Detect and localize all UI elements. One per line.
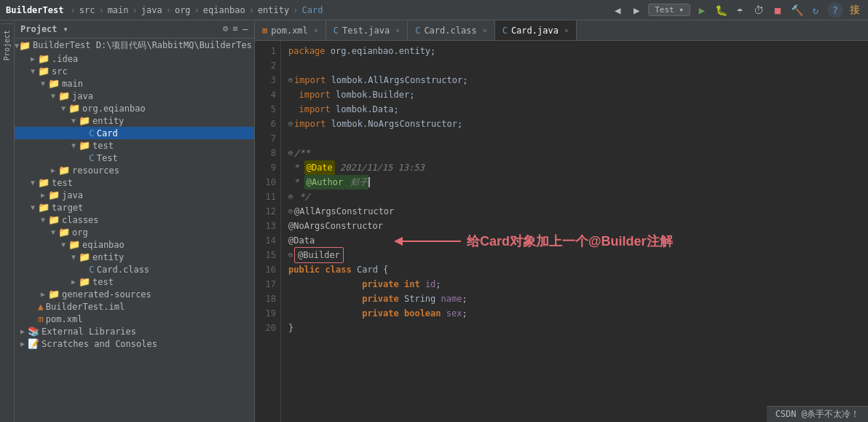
folder-icon-org: 📁: [68, 103, 80, 114]
tree-item-external-libs[interactable]: ▶ 📚 External Libraries: [15, 325, 254, 337]
bc-card[interactable]: Card: [301, 5, 323, 15]
tree-label-org: org.eqianbao: [82, 103, 146, 114]
tab-pom-close[interactable]: ✕: [314, 26, 318, 34]
sidebar-dropdown[interactable]: ▾: [63, 24, 68, 34]
tree-item-card[interactable]: C Card: [15, 127, 254, 139]
tab-cardclass[interactable]: C Card.class ✕: [408, 20, 495, 40]
tree-item-test-classes[interactable]: ▶ 📁 test: [15, 276, 254, 288]
bc-src[interactable]: src: [79, 5, 95, 15]
tree-item-java-main[interactable]: ▼ 📁 java: [15, 90, 254, 102]
sep1: ›: [70, 5, 75, 15]
tree-item-cardclass[interactable]: C Card.class: [15, 263, 254, 276]
comment-open: /**: [294, 146, 310, 160]
tree-item-test-java[interactable]: C Test: [15, 152, 254, 164]
tree-item-pom[interactable]: m pom.xml: [15, 313, 254, 325]
tree-item-entity[interactable]: ▼ 📁 entity: [15, 114, 254, 127]
arrow-entity-classes: ▼: [68, 253, 79, 261]
coverage-button[interactable]: ☂: [733, 3, 747, 17]
back-button[interactable]: ◀: [610, 3, 625, 17]
tree-item-generated[interactable]: ▶ 📁 generated-sources: [15, 288, 254, 300]
tree-item-entity-classes[interactable]: ▼ 📁 entity: [15, 251, 254, 263]
import-allargs: lombok.AllArgsConstructor: [331, 73, 463, 87]
tree-item-org-classes[interactable]: ▼ 📁 org: [15, 226, 254, 238]
folder-icon-java-main: 📁: [58, 90, 70, 101]
code-line-2: [288, 58, 868, 73]
tree-label-entity: entity: [92, 116, 124, 126]
folder-icon-generated: 📁: [48, 289, 60, 300]
bc-org[interactable]: org: [175, 5, 191, 15]
tab-pom[interactable]: m pom.xml ✕: [255, 20, 326, 40]
tree-item-main[interactable]: ▼ 📁 main: [15, 77, 254, 90]
project-tab[interactable]: Project: [1, 23, 12, 66]
code-line-20: }: [288, 321, 868, 335]
sidebar-close-icon[interactable]: −: [242, 23, 248, 35]
import-builder: lombok.Builder: [336, 87, 409, 102]
tree-item-classes[interactable]: ▼ 📁 classes: [15, 214, 254, 226]
import-noargs: lombok.NoArgsConstructor: [331, 117, 457, 131]
kw-boolean: boolean: [404, 306, 441, 321]
login-button[interactable]: 接: [848, 3, 862, 17]
tab-cardclass-close[interactable]: ✕: [483, 26, 487, 34]
forward-button[interactable]: ▶: [629, 3, 644, 17]
arrow-external-libs: ▶: [17, 327, 28, 335]
kw-import-5: import: [288, 102, 331, 117]
author-highlight: @Author: [304, 175, 346, 189]
tree-item-eqianbao-classes[interactable]: ▼ 📁 eqianbao: [15, 238, 254, 251]
tree-item-src[interactable]: ▼ 📁 src: [15, 65, 254, 77]
tree-item-org[interactable]: ▼ 📁 org.eqianbao: [15, 102, 254, 114]
tree-item-resources[interactable]: ▶ 📁 resources: [15, 164, 254, 176]
tree-item-java-test[interactable]: ▶ 📁 java: [15, 189, 254, 201]
kw-import-4: import: [288, 87, 331, 102]
arrow-eqianbao-classes: ▼: [58, 241, 68, 249]
folder-icon-org-classes: 📁: [58, 227, 70, 238]
tree-label-idea: .idea: [52, 54, 78, 64]
kw-int: int: [404, 277, 420, 292]
tree-item-test-folder[interactable]: ▼ 📁 test: [15, 139, 254, 152]
tree-label-pom: pom.xml: [46, 314, 83, 324]
tree-label-card: Card: [97, 128, 118, 138]
bc-entity[interactable]: entity: [258, 5, 289, 15]
debug-button[interactable]: 🐛: [714, 3, 728, 17]
tree-label-iml: BuilderTest.iml: [46, 302, 125, 312]
stop-button[interactable]: ■: [770, 3, 785, 17]
sep2: ›: [98, 5, 103, 15]
kw-import-3: import: [294, 73, 326, 87]
cardclass-tab-icon: C: [415, 26, 420, 36]
tab-cardjava-close[interactable]: ✕: [564, 26, 569, 34]
code-line-16: public class Card {: [288, 262, 868, 277]
code-lines[interactable]: package org.eqianbao.entity; ⊖ import lo…: [281, 41, 868, 422]
main-layout: Project Project ▾ ⚙ ≡ − ▼ 📁 BuilderTest …: [0, 20, 868, 422]
run-button[interactable]: ▶: [695, 3, 709, 17]
arrow-org-classes: ▼: [48, 228, 58, 236]
help-button[interactable]: ?: [827, 2, 843, 18]
sidebar-sync-icon[interactable]: ⚙: [223, 23, 228, 35]
type-string: String: [404, 292, 435, 306]
tree-item-target[interactable]: ▼ 📁 target: [15, 201, 254, 214]
tab-testjava[interactable]: C Test.java ✕: [326, 20, 408, 40]
tab-testjava-close[interactable]: ✕: [395, 26, 400, 34]
tree-item-test-root[interactable]: ▼ 📁 test: [15, 176, 254, 189]
update-button[interactable]: ↻: [808, 3, 823, 17]
tab-pom-label: pom.xml: [271, 26, 308, 36]
profile-button[interactable]: ⏱: [751, 3, 766, 17]
code-line-3: ⊖ import lombok.AllArgsConstructor;: [288, 73, 868, 87]
kw-package: package: [288, 44, 326, 58]
tree-label-buildertest: BuilderTest D:\项目代码\RabbitMQ\BuilderTes.…: [33, 39, 254, 52]
folder-icon-scratches: 📝: [28, 338, 39, 349]
sidebar-gear-icon[interactable]: ≡: [232, 23, 237, 35]
arrow-classes: ▼: [38, 216, 48, 224]
run-config[interactable]: Test ▾: [648, 4, 690, 16]
tree-item-iml[interactable]: ▲ BuilderTest.iml: [15, 300, 254, 313]
build-button[interactable]: 🔨: [789, 3, 804, 17]
tree-item-idea[interactable]: ▶ 📁 .idea: [15, 52, 254, 65]
bc-eqianbao[interactable]: eqianbao: [203, 5, 245, 15]
tree-item-scratches[interactable]: ▶ 📝 Scratches and Consoles: [15, 337, 254, 350]
arrow-test-classes: ▶: [68, 278, 79, 286]
bc-main[interactable]: main: [108, 5, 129, 15]
tab-cardjava[interactable]: C Card.java ✕: [495, 20, 577, 40]
tree-item-buildertest[interactable]: ▼ 📁 BuilderTest D:\项目代码\RabbitMQ\Builder…: [15, 39, 254, 52]
tree-label-main: main: [62, 79, 83, 89]
bc-java[interactable]: java: [141, 5, 162, 15]
toolbar-right: ◀ ▶ Test ▾ ▶ 🐛 ☂ ⏱ ■ 🔨 ↻ ? 接: [610, 2, 862, 18]
sep7: ›: [293, 5, 298, 15]
